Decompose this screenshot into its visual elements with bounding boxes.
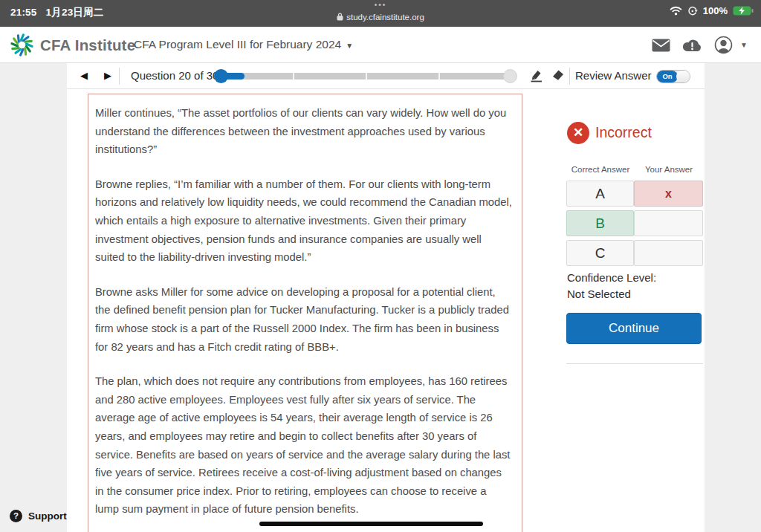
lock-icon	[337, 13, 343, 21]
address-bar: study.cfainstitute.org	[0, 13, 761, 22]
support-button[interactable]: ? Support	[10, 510, 67, 522]
progress-segment-divider	[438, 73, 440, 80]
x-circle-icon: ✕	[567, 122, 589, 144]
eraser-icon[interactable]	[551, 68, 565, 82]
toggle-on-label: On	[657, 71, 678, 82]
rotation-lock-icon	[687, 6, 698, 16]
support-label: Support	[28, 510, 67, 522]
prev-question-button[interactable]: ◀	[80, 70, 88, 81]
divider	[119, 68, 120, 85]
question-paragraph: Browne asks Miller for some advice on de…	[95, 283, 513, 356]
review-answer-toggle[interactable]: On	[656, 70, 690, 83]
mail-icon[interactable]	[652, 39, 670, 52]
progress-segment-divider	[366, 73, 367, 80]
divider	[569, 68, 570, 85]
question-paragraph: Miller continues, “The asset portfolios …	[95, 104, 513, 159]
tab-overflow-dots: •••	[0, 1, 761, 9]
program-title: CFA Program Level III for February 2024	[134, 38, 341, 51]
result-status: Incorrect	[595, 124, 652, 141]
app-header: CFA Institute CFA Program Level III for …	[0, 27, 761, 63]
content-area: Miller continues, “The asset portfolios …	[67, 89, 705, 532]
question-mark-icon: ?	[10, 510, 22, 522]
progress-bar[interactable]	[220, 73, 512, 80]
confidence-level-label: Confidence Level:	[567, 271, 656, 284]
wifi-icon	[670, 6, 682, 16]
home-indicator-bar[interactable]	[259, 522, 483, 526]
divider	[566, 363, 703, 364]
question-paragraph: Browne replies, “I’m familiar with a num…	[95, 175, 513, 267]
account-icon[interactable]	[714, 36, 733, 54]
battery-charging-icon	[733, 6, 754, 16]
progress-segment-divider	[293, 73, 294, 80]
review-answer-label: Review Answer	[575, 69, 652, 82]
highlighter-icon[interactable]	[529, 68, 544, 83]
progress-end-knob[interactable]	[503, 69, 517, 83]
cloud-alert-icon[interactable]	[682, 38, 702, 52]
toggle-thumb	[676, 71, 690, 82]
answer-cell-a: A	[566, 181, 634, 207]
your-answer-cell-b	[634, 210, 703, 236]
question-card: Miller continues, “The asset portfolios …	[88, 94, 522, 532]
status-bar: 21:551月23日周二 ••• study.cfainstitute.org …	[0, 0, 761, 27]
your-answer-cell-a: x	[634, 181, 703, 207]
question-toolbar: ◀ ▶ Question 20 of 30 Review Answer On	[67, 63, 705, 89]
brand-name: CFA Institute	[40, 36, 135, 54]
answer-cell-b: B	[566, 210, 634, 236]
answer-cell-c: C	[566, 240, 634, 266]
chevron-down-icon[interactable]: ▼	[740, 41, 748, 49]
continue-button[interactable]: Continue	[566, 313, 702, 344]
your-answer-column-header: Your Answer	[635, 165, 703, 174]
question-progress-label: Question 20 of 30	[131, 69, 218, 82]
battery-percent: 100%	[703, 5, 728, 16]
url-text: study.cfainstitute.org	[346, 13, 424, 22]
chevron-down-icon: ▼	[346, 42, 353, 50]
confidence-level-value: Not Selected	[567, 288, 631, 300]
next-question-button[interactable]: ▶	[104, 70, 111, 81]
program-selector[interactable]: CFA Program Level III for February 2024▼	[134, 38, 353, 51]
cfa-institute-logo[interactable]	[9, 32, 35, 58]
progress-start-knob[interactable]	[214, 69, 228, 83]
correct-answer-column-header: Correct Answer	[566, 165, 635, 174]
question-paragraph: The plan, which does not require any con…	[95, 372, 513, 519]
your-answer-cell-c	[634, 240, 703, 266]
